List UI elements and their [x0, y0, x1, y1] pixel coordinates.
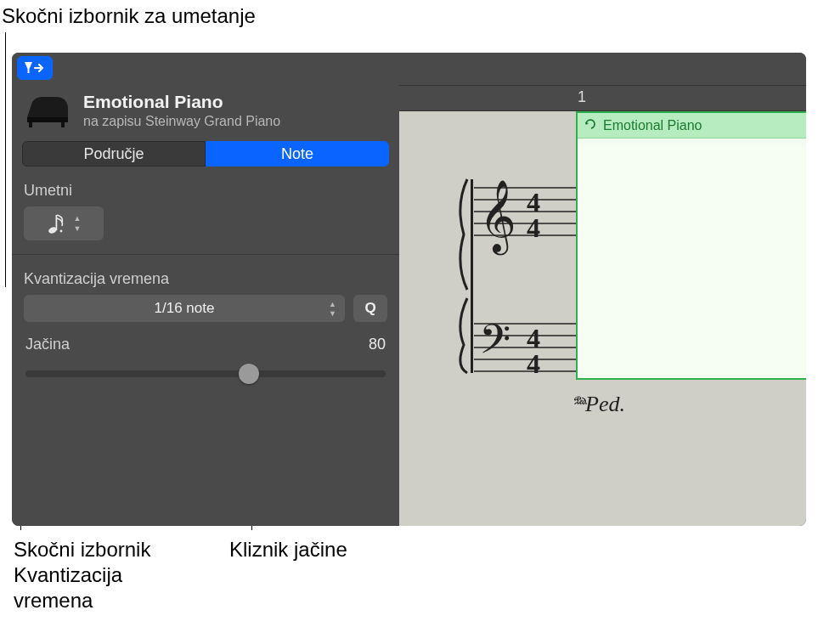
tab-region[interactable]: Područje: [22, 141, 206, 167]
insert-note-value-popup[interactable]: ▲▼: [24, 206, 104, 240]
bar-ruler[interactable]: 1: [399, 86, 806, 111]
svg-rect-4: [55, 215, 57, 230]
chevron-updown-icon: ▲▼: [329, 300, 336, 318]
time-quantize-popup[interactable]: 1/16 note ▲▼: [24, 295, 345, 322]
svg-text:𝄞: 𝄞: [479, 180, 516, 256]
callout-insert-popup: Skočni izbornik za umetanje: [2, 3, 256, 29]
score-display[interactable]: 1: [399, 85, 806, 526]
bar-number: 1: [578, 88, 586, 106]
quantize-button[interactable]: Q: [353, 295, 387, 322]
svg-rect-1: [29, 122, 32, 127]
midi-region[interactable]: Emotional Piano: [576, 111, 806, 380]
insert-stepper-icon: ▲▼: [74, 214, 82, 233]
track-thumbnail: [24, 92, 71, 129]
quantize-value: 1/16 note: [155, 300, 215, 317]
inspector-tabs: Područje Note: [22, 141, 389, 167]
callout-strength-slider: Kliznik jačine: [229, 537, 347, 562]
track-prefix: na zapisu: [83, 114, 142, 128]
loop-icon: [584, 118, 598, 133]
tab-notes[interactable]: Note: [206, 141, 389, 167]
strength-slider[interactable]: [25, 370, 386, 377]
inspector-sidebar: Emotional Piano na zapisu Steinway Grand…: [12, 85, 399, 526]
strength-label: Jačina: [25, 336, 70, 353]
track-name: Steinway Grand Piano: [145, 114, 280, 128]
svg-rect-2: [61, 122, 65, 127]
quantize-label: Kvantizacija vremena: [24, 270, 387, 288]
funnel-arrow-icon: [24, 60, 46, 76]
strength-value: 80: [369, 336, 386, 353]
pedal-marking: 𝆮Ped.: [571, 392, 625, 417]
svg-text:𝄢: 𝄢: [479, 317, 511, 372]
svg-point-5: [59, 230, 62, 233]
filter-button[interactable]: [17, 56, 53, 80]
insert-label: Umetni: [24, 182, 387, 200]
svg-text:4: 4: [527, 348, 540, 375]
callout-quantize-popup: Skočni izbornik Kvantizacija vremena: [14, 537, 150, 613]
slider-thumb[interactable]: [239, 364, 259, 384]
region-header-title: Emotional Piano: [603, 118, 702, 133]
svg-rect-6: [471, 179, 473, 373]
svg-rect-0: [27, 117, 68, 122]
sixteenth-note-icon: [47, 212, 65, 234]
svg-text:4: 4: [527, 212, 540, 243]
region-title: Emotional Piano: [83, 92, 280, 112]
top-toolbar: [12, 53, 806, 85]
editor-window: Emotional Piano na zapisu Steinway Grand…: [12, 53, 806, 526]
